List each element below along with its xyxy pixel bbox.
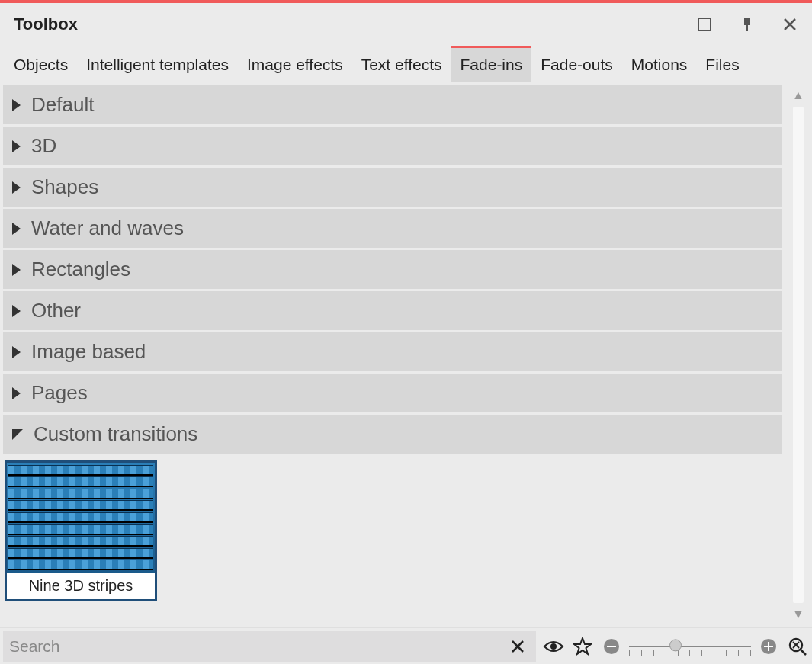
tab-text-effects[interactable]: Text effects xyxy=(352,46,451,82)
tab-intelligent-templates[interactable]: Intelligent templates xyxy=(77,46,238,82)
scrollbar[interactable]: ▲ ▼ xyxy=(785,82,812,627)
tab-objects[interactable]: Objects xyxy=(5,46,77,82)
window-title: Toolbox xyxy=(14,14,78,34)
chevron-right-icon xyxy=(12,387,21,399)
tab-fade-outs[interactable]: Fade-outs xyxy=(531,46,622,82)
tab-files[interactable]: Files xyxy=(696,46,748,82)
group-label: Default xyxy=(31,93,94,117)
group-label: Other xyxy=(31,299,81,322)
group-other[interactable]: Other xyxy=(3,291,782,330)
zoom-fit-icon[interactable] xyxy=(786,635,809,658)
close-icon[interactable] xyxy=(782,16,798,33)
preview-icon[interactable] xyxy=(542,635,565,658)
svg-point-7 xyxy=(550,643,557,650)
group-image-based[interactable]: Image based xyxy=(3,332,782,371)
scroll-track[interactable] xyxy=(793,107,804,603)
group-label: Pages xyxy=(31,381,88,405)
group-default[interactable]: Default xyxy=(3,85,782,124)
group-rectangles[interactable]: Rectangles xyxy=(3,250,782,289)
chevron-right-icon xyxy=(12,264,21,276)
tab-label: Fade-ins xyxy=(461,56,523,74)
group-3d[interactable]: 3D xyxy=(3,127,782,165)
svg-rect-1 xyxy=(744,18,750,25)
group-label: 3D xyxy=(31,134,56,158)
svg-rect-12 xyxy=(768,642,769,651)
window-controls xyxy=(696,16,798,33)
tab-label: Intelligent templates xyxy=(86,56,229,74)
zoom-out-icon[interactable] xyxy=(600,635,623,658)
tab-fade-ins[interactable]: Fade-ins xyxy=(451,46,532,82)
titlebar: Toolbox xyxy=(0,3,812,46)
svg-line-14 xyxy=(801,650,806,655)
svg-rect-2 xyxy=(746,25,748,31)
chevron-right-icon xyxy=(12,346,21,358)
group-custom-transitions[interactable]: Custom transitions xyxy=(3,415,782,454)
group-label: Custom transitions xyxy=(34,422,197,446)
scroll-up-icon[interactable]: ▲ xyxy=(792,88,804,102)
tab-label: Files xyxy=(705,56,739,74)
content: Default 3D Shapes Water and waves Rectan… xyxy=(0,82,812,627)
search-field[interactable] xyxy=(3,631,536,662)
slider-ticks xyxy=(629,650,751,656)
tab-label: Objects xyxy=(14,56,68,74)
chevron-right-icon xyxy=(12,223,21,235)
transition-caption: Nine 3D stripes xyxy=(26,573,136,599)
svg-rect-9 xyxy=(607,646,616,647)
chevron-right-icon xyxy=(12,99,21,111)
footer xyxy=(0,627,812,664)
pin-icon[interactable] xyxy=(739,16,756,33)
svg-rect-0 xyxy=(698,18,711,30)
zoom-in-icon[interactable] xyxy=(757,635,780,658)
scroll-down-icon[interactable]: ▼ xyxy=(792,608,804,621)
tab-label: Fade-outs xyxy=(541,56,613,74)
group-label: Shapes xyxy=(31,175,98,199)
clear-search-icon[interactable] xyxy=(505,639,530,654)
slider-track xyxy=(629,646,751,647)
tab-motions[interactable]: Motions xyxy=(622,46,697,82)
tab-label: Text effects xyxy=(361,56,442,74)
search-input[interactable] xyxy=(9,637,505,656)
group-label: Rectangles xyxy=(31,258,130,281)
group-pages[interactable]: Pages xyxy=(3,374,782,412)
custom-transitions-items: Nine 3D stripes xyxy=(3,456,782,606)
group-label: Water and waves xyxy=(31,217,184,240)
zoom-slider[interactable] xyxy=(629,635,751,658)
group-list: Default 3D Shapes Water and waves Rectan… xyxy=(0,82,785,627)
chevron-down-icon xyxy=(12,429,23,440)
slider-thumb[interactable] xyxy=(669,639,682,651)
maximize-icon[interactable] xyxy=(696,16,713,33)
tab-label: Image effects xyxy=(247,56,343,74)
transition-item-nine-3d-stripes[interactable]: Nine 3D stripes xyxy=(5,460,157,601)
tabs: Objects Intelligent templates Image effe… xyxy=(0,46,812,82)
group-water-and-waves[interactable]: Water and waves xyxy=(3,209,782,248)
favorite-icon[interactable] xyxy=(571,635,594,658)
group-label: Image based xyxy=(31,340,146,364)
transition-thumbnail xyxy=(7,463,155,573)
group-shapes[interactable]: Shapes xyxy=(3,168,782,207)
tab-label: Motions xyxy=(631,56,688,74)
chevron-right-icon xyxy=(12,305,21,317)
chevron-right-icon xyxy=(12,181,21,194)
chevron-right-icon xyxy=(12,140,21,152)
tab-image-effects[interactable]: Image effects xyxy=(238,46,352,82)
